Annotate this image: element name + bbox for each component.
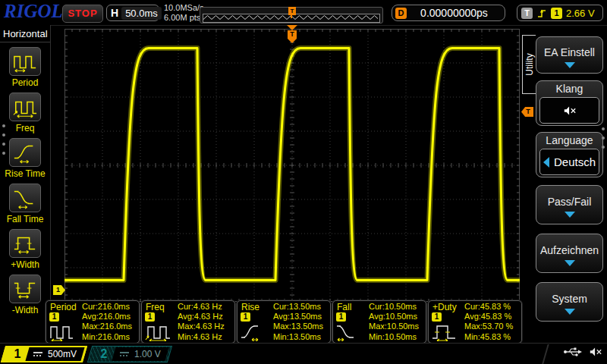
measure-row: Cur:45.83 % xyxy=(464,302,513,312)
measure-row: Max:13.50ms xyxy=(273,322,323,331)
acquisition-info: 10.0MSa/s 6.00M pts xyxy=(164,3,204,23)
trigger-badge: T xyxy=(521,8,533,19)
measure-row: Min:216.0ms xyxy=(82,332,132,342)
measurement-panel-period: Period 1 Cur:216.0ms Avg:216.0ms Max:216… xyxy=(46,300,140,344)
measure-row: Min:45.83 % xyxy=(464,332,513,342)
rise-measure-icon xyxy=(241,323,269,341)
measure-row: Avg:4.63 Hz xyxy=(178,312,225,322)
channel-status-bar: 1 500mV 2 xyxy=(0,343,607,364)
menu-item-period[interactable]: Period xyxy=(0,47,50,88)
measure-row: Avg:13.50ms xyxy=(273,312,323,322)
divider xyxy=(542,344,549,364)
plus-width-icon xyxy=(13,232,37,255)
timebase-box[interactable]: H 50.0ms xyxy=(106,5,159,21)
measurement-panel-freq: Freq 1 Cur:4.63 Hz Avg:4.63 Hz Max:4.63 … xyxy=(141,300,235,344)
waveform-preview: T xyxy=(200,7,383,24)
memory-depth: 6.00M pts xyxy=(164,13,204,23)
channel2-scale: 1.00 V xyxy=(134,349,161,359)
rigol-logo: RIGOL xyxy=(4,1,63,22)
usb-icon xyxy=(563,346,583,358)
fall-time-icon xyxy=(13,187,37,209)
measurement-panel-duty: +Duty 1 Cur:45.83 % Avg:45.83 % Max:53.7… xyxy=(428,300,522,344)
measure-row: Cur:13.50ms xyxy=(273,302,323,312)
measure-row: Min:4.63 Hz xyxy=(178,332,225,342)
trigger-box: T 1 2.66 V xyxy=(517,5,603,21)
rise-time-icon xyxy=(13,141,37,164)
preview-trigger-flag-icon: T xyxy=(288,7,296,15)
utility-tab: Utility xyxy=(522,35,536,94)
trigger-position-marker[interactable]: T xyxy=(287,25,297,44)
delay-box: D 0.00000000ps xyxy=(392,5,505,21)
trigger-source-badge: 1 xyxy=(551,8,562,19)
period-icon xyxy=(13,50,37,73)
measure-row: Cur:216.0ms xyxy=(82,302,132,312)
measure-row: Cur:10.50ms xyxy=(369,302,419,312)
rising-edge-icon xyxy=(536,8,547,18)
duty-measure-icon xyxy=(432,323,461,341)
measure-row: Avg:45.83 % xyxy=(464,312,513,322)
timebase-label: H xyxy=(111,7,118,19)
speaker-muted-icon xyxy=(589,346,602,358)
channel1-zero-marker[interactable]: 1 xyxy=(53,285,65,295)
dc-coupling-icon xyxy=(33,351,42,357)
sample-rate: 10.0MSa/s xyxy=(164,3,204,13)
right-page-indicator xyxy=(602,127,605,149)
left-page-indicator xyxy=(2,124,5,155)
measure-row: Cur:4.63 Hz xyxy=(178,302,225,312)
channel-badge: 1 xyxy=(241,312,250,322)
measure-row: Avg:216.0ms xyxy=(82,312,132,322)
language-selector[interactable]: Deutsch xyxy=(539,149,599,175)
softkey-pass-fail[interactable]: Pass/Fail xyxy=(536,185,603,224)
freq-icon xyxy=(13,96,37,118)
channel-badge: 1 xyxy=(49,312,59,322)
softkey-aufzeichnen[interactable]: Aufzeichnen xyxy=(536,234,603,273)
channel1-scale: 500mV xyxy=(48,349,77,359)
oscilloscope-screen: RIGOL STOP H 50.0ms 10.0MSa/s 6.00M pts … xyxy=(0,0,607,364)
period-measure-icon xyxy=(49,323,78,341)
minus-width-icon xyxy=(13,278,37,300)
run-state-indicator[interactable]: STOP xyxy=(62,5,103,23)
measure-row: Max:10.50ms xyxy=(369,322,419,331)
delay-value: 0.00000000ps xyxy=(407,7,502,19)
fall-measure-icon xyxy=(336,323,365,341)
measure-row: Min:10.50ms xyxy=(369,332,419,342)
measure-row: Max:53.70 % xyxy=(464,322,513,331)
softkey-klang[interactable]: Klang xyxy=(536,80,603,126)
channel-badge: 1 xyxy=(432,312,442,322)
status-bar: RIGOL STOP H 50.0ms 10.0MSa/s 6.00M pts … xyxy=(0,0,607,26)
channel2-status[interactable]: 2 1.00 V xyxy=(90,346,170,362)
chevron-down-icon xyxy=(565,62,575,68)
menu-item-fall-time[interactable]: Fall Time xyxy=(0,184,50,224)
measure-row: Avg:10.50ms xyxy=(369,312,419,322)
sound-toggle[interactable] xyxy=(539,97,599,124)
softkey-system[interactable]: System xyxy=(536,282,603,322)
softkey-ea-einstell[interactable]: EA Einstell xyxy=(536,36,603,74)
menu-item-rise-time[interactable]: Rise Time xyxy=(0,138,50,179)
menu-item-freq[interactable]: Freq xyxy=(0,93,50,133)
chevron-down-icon xyxy=(565,212,575,218)
channel-badge: 1 xyxy=(145,312,155,322)
measurement-panel-rise: Rise 1 Cur:13.50ms Avg:13.50ms Max:13.50… xyxy=(237,300,331,344)
measure-menu-title: Horizontal xyxy=(0,25,50,42)
graticule-area xyxy=(64,29,520,302)
chevron-down-icon xyxy=(565,309,575,315)
channel-badge: 1 xyxy=(336,312,346,322)
speaker-muted-icon xyxy=(563,105,577,117)
dc-coupling-icon xyxy=(120,351,129,357)
timebase-value: 50.0ms xyxy=(121,7,162,20)
menu-item-minus-width[interactable]: -Width xyxy=(0,275,50,315)
language-value: Deutsch xyxy=(554,155,596,168)
delay-badge: D xyxy=(395,8,407,19)
softkey-language[interactable]: Language Deutsch xyxy=(536,132,603,177)
freq-measure-icon xyxy=(145,323,174,341)
measurement-panel-fall: Fall 1 Cur:10.50ms Avg:10.50ms Max:10.50… xyxy=(332,300,426,344)
channel2-number: 2 xyxy=(99,347,109,361)
measure-row: Min:13.50ms xyxy=(273,332,323,342)
utility-menu: Utility EA Einstell Klang Language Deuts… xyxy=(522,27,607,346)
trigger-level-value: 2.66 V xyxy=(566,8,595,19)
chevron-left-icon xyxy=(543,157,549,168)
waveform-trace xyxy=(64,29,520,302)
measurement-bar: Period 1 Cur:216.0ms Avg:216.0ms Max:216… xyxy=(46,300,522,344)
channel1-status[interactable]: 1 500mV xyxy=(3,346,85,362)
menu-item-plus-width[interactable]: +Width xyxy=(0,229,50,270)
